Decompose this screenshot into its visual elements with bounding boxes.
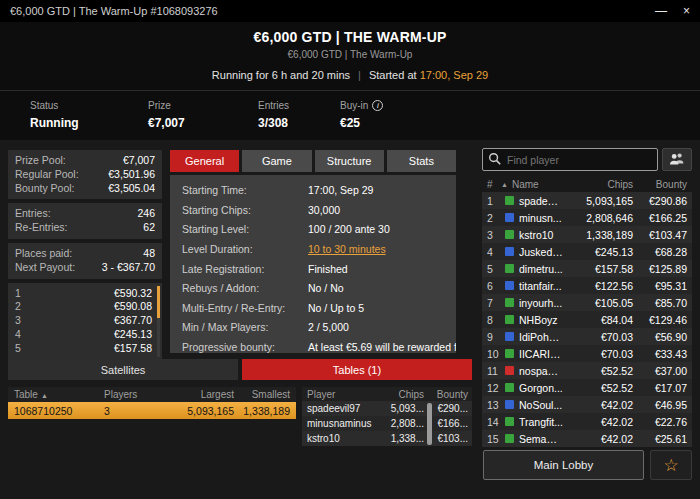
general-info-panel: Starting Time: 17:00, Sep 29 Starting Ch… <box>170 175 456 353</box>
player-color-swatch <box>505 366 514 375</box>
player-name: dimetru... <box>519 263 563 275</box>
tables-table: Table▲ Players Largest Smallest 10687102… <box>8 387 296 419</box>
player-color-swatch <box>505 281 514 290</box>
payout-row: 1 €590.32 <box>15 287 152 301</box>
info-row: Bounty Pool: €3,505.04 <box>15 182 155 196</box>
player-bounty: €290.86 <box>633 195 687 207</box>
player-row[interactable]: 13 NoSoul... €42.02 €46.95 <box>482 396 692 413</box>
bottom-tab[interactable]: Tables (1) <box>242 359 472 380</box>
player-chips: €84.04 <box>563 314 633 326</box>
player-row[interactable]: 11 nospaces €52.52 €37.00 <box>482 362 692 379</box>
mini-player-name: kstro10 <box>302 433 380 444</box>
sort-asc-icon: ▲ <box>501 181 508 188</box>
general-info-row: Rebuys / Addon: No / No <box>170 279 456 299</box>
top-section: €6,000 GTD | The Warm-Up #1068093276 — ×… <box>0 0 700 140</box>
player-name: spadeev... <box>519 195 563 207</box>
tab[interactable]: Stats <box>387 150 456 172</box>
player-row[interactable]: 15 SemaSem... €42.02 €25.61 <box>482 430 692 447</box>
general-info-row: Level Duration: 10 to 30 minutes <box>170 240 456 260</box>
player-bounty: €85.70 <box>633 297 687 309</box>
player-name: kstro10 <box>519 229 563 241</box>
mini-player-chips: 1,338... <box>380 433 424 444</box>
stat-status: Status Running <box>30 100 148 130</box>
general-info-row: Starting Chips: 30,000 <box>170 201 456 221</box>
started-time: 17:00, Sep 29 <box>420 69 489 81</box>
player-name: inyourh... <box>519 297 563 309</box>
chips-column-header[interactable]: Chips <box>561 179 633 190</box>
player-row[interactable]: 7 inyourh... €105.05 €85.70 <box>482 294 692 311</box>
mini-player-chips: 5,093... <box>380 403 424 414</box>
player-row[interactable]: 14 Trangfit... €42.02 €22.76 <box>482 413 692 430</box>
tab[interactable]: Structure <box>315 150 384 172</box>
player-row[interactable]: 10 IICARI0... €70.03 €33.43 <box>482 345 692 362</box>
close-button[interactable]: × <box>683 5 690 17</box>
pool-section: Prize Pool: €7,007 Regular Pool: €3,501.… <box>8 150 162 199</box>
smallest-column-header[interactable]: Smallest <box>234 389 296 400</box>
player-bounty: €56.90 <box>633 331 687 343</box>
player-bounty: €37.00 <box>633 365 687 377</box>
tournament-subtitle: €6,000 GTD | The Warm-Up <box>0 49 700 60</box>
bounty-column-header[interactable]: Bounty <box>432 389 472 400</box>
player-row[interactable]: 5 dimetru... €157.58 €125.89 <box>482 260 692 277</box>
find-player-input[interactable] <box>482 148 658 171</box>
player-rank: 15 <box>487 433 505 445</box>
tab[interactable]: Game <box>242 150 311 172</box>
chips-column-header[interactable]: Chips <box>380 389 424 400</box>
mini-table-row[interactable]: spadeevil97 5,093... €290... <box>302 401 472 416</box>
player-rank: 8 <box>487 314 505 326</box>
minimize-button[interactable]: — <box>655 5 667 17</box>
player-rank: 1 <box>487 195 505 207</box>
stat-buyin: Buy-in i €25 <box>340 100 383 130</box>
table-row-selected[interactable]: 1068710250 3 5,093,165 1,338,189 <box>8 402 296 419</box>
mini-table-row[interactable]: kstro10 1,338... €103... <box>302 431 472 446</box>
player-rank: 4 <box>487 246 505 258</box>
player-color-swatch <box>505 383 514 392</box>
payout-row: 5 €157.58 <box>15 342 152 356</box>
player-row[interactable]: 6 titanfair... €122.56 €95.31 <box>482 277 692 294</box>
player-color-swatch <box>505 400 514 409</box>
table-id: 1068710250 <box>8 405 104 417</box>
players-view-button[interactable] <box>662 148 692 171</box>
player-chips: €157.58 <box>563 263 633 275</box>
title-bar: €6,000 GTD | The Warm-Up #1068093276 — × <box>0 0 700 22</box>
table-column-header[interactable]: Table▲ <box>8 389 104 400</box>
content-area: Prize Pool: €7,007 Regular Pool: €3,501.… <box>0 140 700 499</box>
player-rank: 14 <box>487 416 505 428</box>
largest-column-header[interactable]: Largest <box>156 389 234 400</box>
bottom-tab[interactable]: Satellites <box>8 359 238 380</box>
player-row[interactable]: 9 IdiPoha... €70.03 €56.90 <box>482 328 692 345</box>
player-bounty: €125.89 <box>633 263 687 275</box>
rank-column-header[interactable]: # <box>487 179 501 190</box>
mini-player-chips: 2,808... <box>380 418 424 429</box>
tab[interactable]: General <box>170 150 239 172</box>
players-column-header[interactable]: Players <box>104 389 156 400</box>
info-tabs: General Game Structure Stats <box>170 150 456 172</box>
player-color-swatch <box>505 315 514 324</box>
info-icon[interactable]: i <box>372 100 383 111</box>
player-color-swatch <box>505 417 514 426</box>
player-rank: 6 <box>487 280 505 292</box>
player-row[interactable]: 1 spadeev... 5,093,165 €290.86 <box>482 192 692 209</box>
player-color-swatch <box>505 230 514 239</box>
main-lobby-button[interactable]: Main Lobby <box>483 450 644 480</box>
favorite-button[interactable]: ☆ <box>650 450 692 480</box>
player-bounty: €95.31 <box>633 280 687 292</box>
stat-entries: Entries 3/308 <box>258 100 340 130</box>
player-bounty: €103.47 <box>633 229 687 241</box>
mini-table-row[interactable]: minusnaminus 2,808... €166... <box>302 416 472 431</box>
prize-panel: Prize Pool: €7,007 Regular Pool: €3,501.… <box>8 150 162 354</box>
player-row[interactable]: 3 kstro10 1,338,189 €103.47 <box>482 226 692 243</box>
info-row: Regular Pool: €3,501.96 <box>15 168 155 182</box>
player-row[interactable]: 8 NHBoyz €84.04 €129.46 <box>482 311 692 328</box>
bounty-column-header[interactable]: Bounty <box>633 179 687 190</box>
player-column-header[interactable]: Player <box>302 389 380 400</box>
player-row[interactable]: 12 Gorgon... €52.52 €17.07 <box>482 379 692 396</box>
player-chips: €245.13 <box>563 246 633 258</box>
name-column-header[interactable]: Name <box>512 179 561 190</box>
mini-table-scrollbar[interactable] <box>427 403 432 445</box>
payout-scrollbar[interactable] <box>157 286 160 318</box>
player-row[interactable]: 2 minusn... 2,808,646 €166.25 <box>482 209 692 226</box>
running-status-line: Running for 6 h and 20 mins|Started at 1… <box>0 69 700 81</box>
player-color-swatch <box>505 434 514 443</box>
player-row[interactable]: 4 Juskedd(2) €245.13 €68.28 <box>482 243 692 260</box>
